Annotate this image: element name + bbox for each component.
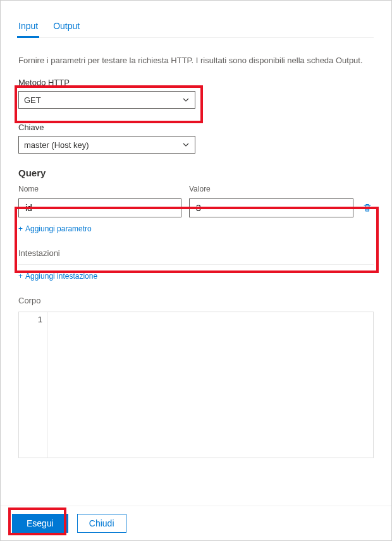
- tab-input[interactable]: Input: [18, 17, 38, 37]
- description-text: Fornire i parametri per testare la richi…: [18, 56, 374, 65]
- key-label: Chiave: [18, 123, 374, 132]
- add-parameter-link[interactable]: + Aggiungi parametro: [18, 224, 92, 233]
- query-value-input[interactable]: [189, 198, 353, 217]
- footer-bar: Esegui Chiudi: [1, 506, 391, 540]
- add-header-link[interactable]: + Aggiungi intestazione: [18, 272, 97, 281]
- query-value-header: Valore: [189, 185, 374, 193]
- line-number: 1: [19, 315, 42, 324]
- add-header-label: Aggiungi intestazione: [25, 272, 97, 281]
- add-parameter-label: Aggiungi parametro: [25, 224, 92, 233]
- key-value: master (Host key): [24, 140, 89, 150]
- headers-label: Intestazioni: [18, 248, 374, 258]
- line-gutter: 1: [19, 312, 48, 458]
- body-editor: 1: [18, 312, 374, 458]
- plus-icon: +: [18, 272, 23, 281]
- query-name-header: Nome: [18, 185, 189, 193]
- close-button[interactable]: Chiudi: [77, 514, 126, 533]
- query-title: Query: [18, 167, 374, 178]
- http-method-value: GET: [24, 95, 41, 105]
- chevron-down-icon: [182, 141, 190, 149]
- http-method-select[interactable]: GET: [18, 91, 195, 109]
- query-name-input[interactable]: [18, 198, 181, 217]
- plus-icon: +: [18, 224, 23, 233]
- delete-row-button[interactable]: [361, 203, 374, 213]
- key-select[interactable]: master (Host key): [18, 136, 195, 154]
- query-header: Nome Valore: [18, 185, 374, 198]
- run-button[interactable]: Esegui: [12, 514, 68, 533]
- body-label: Corpo: [18, 296, 374, 305]
- query-row: [18, 198, 374, 217]
- tab-output[interactable]: Output: [53, 17, 80, 37]
- http-method-label: Metodo HTTP: [18, 78, 374, 87]
- chevron-down-icon: [182, 96, 190, 104]
- body-textarea[interactable]: [48, 312, 373, 458]
- http-method-group: Metodo HTTP GET: [18, 78, 374, 109]
- tabs-bar: Input Output: [18, 11, 374, 38]
- trash-icon: [362, 203, 372, 213]
- key-group: Chiave master (Host key): [18, 123, 374, 154]
